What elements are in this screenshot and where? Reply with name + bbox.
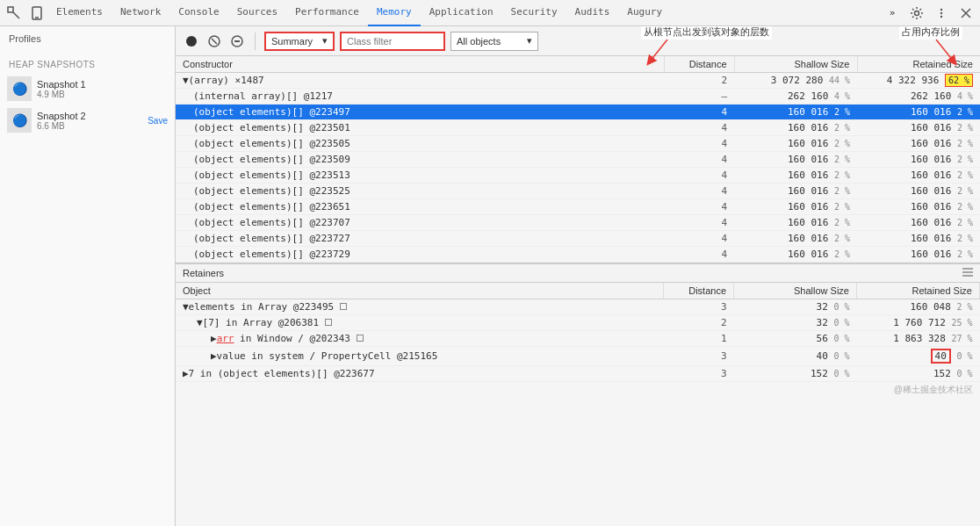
content-area: Summary ▾ All objects ▾ 从根节点出发到该对象的层数 [176, 26, 980, 526]
retainer-row[interactable]: ▼[7] in Array @206381 232 0 %1 760 712 2… [176, 315, 980, 331]
cell-distance: 2 [664, 73, 734, 89]
inspect-icon[interactable] [4, 3, 25, 24]
cell-distance: – [664, 89, 734, 104]
summary-dropdown[interactable]: Summary ▾ [264, 32, 335, 51]
retainer-row[interactable]: ▼elements in Array @223495 332 0 %160 04… [176, 299, 980, 315]
table-row[interactable]: (object elements)[] @2235134160 016 2 %1… [176, 168, 980, 184]
sidebar-header: Profiles [0, 26, 175, 51]
cell-distance: 4 [664, 215, 734, 231]
record-btn[interactable] [183, 32, 200, 50]
tab-elements[interactable]: Elements [47, 0, 112, 26]
snapshot-1-name: Snapshot 1 [37, 79, 86, 90]
table-row[interactable]: (object elements)[] @2235094160 016 2 %1… [176, 152, 980, 168]
svg-point-6 [940, 11, 942, 13]
table-row[interactable]: (object elements)[] @2235054160 016 2 %1… [176, 136, 980, 152]
snapshot-2[interactable]: 🔵 Snapshot 2 6.6 MB Save [0, 104, 175, 136]
highlight-retained-val: 40 [931, 349, 951, 364]
cell-retained: 160 016 2 % [857, 199, 980, 215]
main-area: Profiles HEAP SNAPSHOTS 🔵 Snapshot 1 4.9… [0, 26, 980, 526]
dots-icon[interactable] [931, 3, 952, 24]
table-row[interactable]: (object elements)[] @2237074160 016 2 %1… [176, 215, 980, 231]
col-shallow: Shallow Size [734, 56, 857, 73]
cell-constructor: (object elements)[] @223651 [176, 199, 664, 215]
table-row[interactable]: (object elements)[] @2236514160 016 2 %1… [176, 199, 980, 215]
tab-audits[interactable]: Audits [566, 0, 619, 26]
snapshot-1[interactable]: 🔵 Snapshot 1 4.9 MB [0, 73, 175, 104]
cell-distance: 4 [664, 247, 734, 263]
tab-augury[interactable]: Augury [618, 0, 671, 26]
retainer-shallow: 32 0 % [734, 315, 857, 331]
retainer-row[interactable]: ▶value in system / PropertyCell @2151653… [176, 347, 980, 366]
all-objects-dropdown[interactable]: All objects ▾ [450, 32, 538, 51]
retainer-retained: 152 0 % [857, 366, 980, 382]
svg-point-7 [940, 15, 942, 17]
cell-constructor: (internal array)[] @1217 [176, 89, 664, 104]
retainers-container[interactable]: Object Distance Shallow Size Retained Si… [176, 283, 980, 526]
retainer-row[interactable]: ▶arr in Window / @202343 156 0 %1 863 32… [176, 331, 980, 347]
square-badge [325, 319, 332, 326]
retainer-object: ▼[7] in Array @206381 [176, 315, 664, 331]
table-row[interactable]: (object elements)[] @2237294160 016 2 %1… [176, 247, 980, 263]
retainer-distance: 3 [664, 347, 734, 366]
tab-application[interactable]: Application [421, 0, 502, 26]
summary-label: Summary [271, 36, 313, 47]
snapshot-2-size: 6.6 MB [37, 121, 86, 131]
svg-rect-0 [8, 7, 13, 12]
clear-btn[interactable] [228, 32, 246, 50]
svg-point-5 [940, 8, 942, 10]
cell-constructor: (object elements)[] @223513 [176, 168, 664, 184]
square-badge [357, 335, 364, 342]
cell-constructor: (object elements)[] @223509 [176, 152, 664, 168]
toolbar-area: Summary ▾ All objects ▾ 从根节点出发到该对象的层数 [176, 26, 980, 56]
table-row[interactable]: (internal array)[] @1217–262 160 4 %262 … [176, 89, 980, 104]
cell-retained: 160 016 2 % [857, 152, 980, 168]
retainer-object: ▼elements in Array @223495 [176, 299, 664, 315]
retainer-retained: 160 048 2 % [857, 299, 980, 315]
tab-memory[interactable]: Memory [368, 0, 421, 26]
snapshot-icon-2: 🔵 [7, 108, 32, 133]
retainer-row[interactable]: ▶7 in (object elements)[] @2236773152 0 … [176, 366, 980, 382]
retainers-table-header: Object Distance Shallow Size Retained Si… [176, 283, 980, 299]
table-row[interactable]: (object elements)[] @2234974160 016 2 %1… [176, 104, 980, 120]
tab-performance[interactable]: Performance [286, 0, 368, 26]
tab-security[interactable]: Security [502, 0, 566, 26]
highlight-arr: arr [217, 333, 234, 344]
tab-sources[interactable]: Sources [228, 0, 286, 26]
tab-network[interactable]: Network [112, 0, 169, 26]
retainer-object: ▶arr in Window / @202343 [176, 331, 664, 347]
tab-console[interactable]: Console [169, 0, 227, 26]
retainer-distance: 1 [664, 331, 734, 347]
table-row[interactable]: (object elements)[] @2235254160 016 2 %1… [176, 184, 980, 199]
cell-constructor: (object elements)[] @223729 [176, 247, 664, 263]
main-table-container[interactable]: Constructor Distance Shallow Size Retain… [176, 56, 980, 263]
table-row[interactable]: (object elements)[] @2237274160 016 2 %1… [176, 231, 980, 247]
cell-shallow: 160 016 2 % [734, 199, 857, 215]
cell-retained: 160 016 2 % [857, 184, 980, 199]
main-table-header: Constructor Distance Shallow Size Retain… [176, 56, 980, 73]
svg-line-1 [13, 12, 19, 18]
stop-btn[interactable] [205, 32, 223, 50]
cell-distance: 4 [664, 152, 734, 168]
cell-distance: 4 [664, 104, 734, 120]
table-row[interactable]: ▼(array) ×148723 072 280 44 %4 322 936 6… [176, 73, 980, 89]
cell-shallow: 262 160 4 % [734, 89, 857, 104]
cell-constructor: (object elements)[] @223497 [176, 104, 664, 120]
col-constructor: Constructor [176, 56, 664, 73]
table-row[interactable]: (object elements)[] @2235014160 016 2 %1… [176, 120, 980, 136]
retainers-body: ▼elements in Array @223495 332 0 %160 04… [176, 299, 980, 382]
cell-distance: 4 [664, 168, 734, 184]
class-filter-input[interactable] [340, 32, 445, 51]
cell-shallow: 160 016 2 % [734, 168, 857, 184]
more-tabs-icon[interactable]: » [882, 3, 903, 24]
cell-shallow: 160 016 2 % [734, 104, 857, 120]
cell-constructor: (object elements)[] @223727 [176, 231, 664, 247]
close-icon[interactable] [955, 3, 976, 24]
cell-distance: 4 [664, 184, 734, 199]
snapshot-2-save[interactable]: Save [148, 116, 168, 126]
device-icon[interactable] [26, 3, 47, 24]
cell-distance: 4 [664, 120, 734, 136]
settings-icon[interactable] [906, 3, 927, 24]
cell-retained: 4 322 936 62 % [857, 73, 980, 89]
cell-distance: 4 [664, 199, 734, 215]
cell-retained: 160 016 2 % [857, 215, 980, 231]
